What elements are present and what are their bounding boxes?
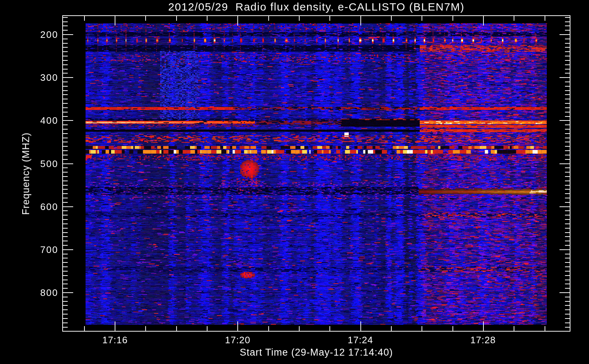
x-tick-label-1720: 17:20	[212, 335, 263, 345]
x-tick-label-1728: 17:28	[458, 335, 509, 345]
y-tick-label-500: 500	[21, 159, 58, 169]
x-tick-label-1724: 17:24	[335, 335, 386, 345]
y-tick-label-400: 400	[21, 116, 58, 125]
chart-title: 2012/05/29 Radio flux density, e-CALLIST…	[62, 1, 570, 13]
x-tick-label-1716: 17:16	[90, 335, 141, 345]
y-tick-label-600: 600	[21, 202, 58, 211]
y-tick-label-300: 300	[21, 73, 58, 82]
y-tick-label-800: 800	[21, 288, 58, 297]
spectrogram-canvas	[0, 0, 589, 364]
y-tick-label-700: 700	[21, 245, 58, 254]
y-tick-label-200: 200	[21, 30, 58, 39]
x-axis-label: Start Time (29-May-12 17:14:40)	[62, 347, 570, 358]
spectrogram-figure: 2012/05/29 Radio flux density, e-CALLIST…	[0, 0, 589, 364]
